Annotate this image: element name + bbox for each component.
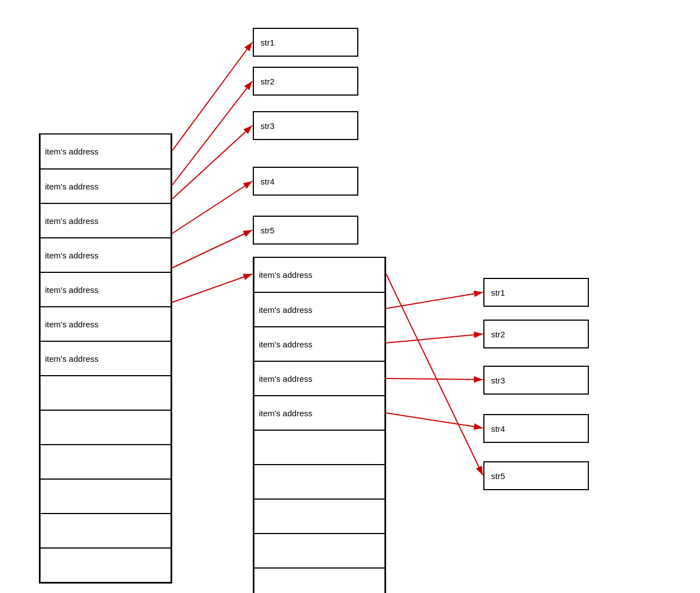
arrow-mid1-rstr5: [386, 274, 483, 475]
mid-list-item-4: item's address: [254, 396, 385, 430]
str-box-top-1: str1: [253, 28, 358, 57]
str-label-right-2: str2: [491, 330, 505, 339]
mid-list-item-0: item's address: [254, 258, 385, 292]
str-label-top-4: str4: [261, 177, 274, 186]
mid-list-item-2: item's address: [254, 327, 385, 361]
str-label-right-5: str5: [491, 471, 505, 481]
middle-list: item's addressitem's addressitem's addre…: [253, 257, 386, 593]
left-list-item-1: item's address: [40, 169, 171, 203]
str-label-right-4: str4: [491, 424, 505, 433]
arrow-left5-str5: [172, 230, 252, 268]
str-label-top-1: str1: [261, 38, 274, 47]
str-box-right-5: str5: [483, 461, 589, 490]
str-box-top-5: str5: [253, 216, 358, 245]
str-box-right-3: str3: [483, 366, 589, 395]
arrow-mid5-rstr4: [386, 413, 483, 428]
left-list: item's addressitem's addressitem's addre…: [39, 133, 172, 584]
str-box-top-3: str3: [253, 111, 358, 140]
str-label-top-3: str3: [261, 121, 274, 131]
arrow-left6-mid: [172, 274, 252, 302]
str-box-right-1: str1: [483, 278, 589, 307]
mid-list-item-6: [254, 465, 385, 499]
diagram-container: item's addressitem's addressitem's addre…: [0, 0, 700, 593]
left-list-item-0: item's address: [40, 134, 171, 169]
left-list-item-3: item's address: [40, 238, 171, 272]
arrow-mid4-rstr3: [386, 378, 483, 380]
left-list-item-6: item's address: [40, 341, 171, 376]
left-list-item-12: [40, 548, 171, 582]
str-box-top-2: str2: [253, 67, 358, 96]
mid-list-item-3: item's address: [254, 361, 385, 396]
left-list-item-8: [40, 410, 171, 445]
left-list-item-5: item's address: [40, 307, 171, 341]
str-label-top-2: str2: [261, 77, 274, 86]
mid-list-item-1: item's address: [254, 292, 385, 327]
left-list-item-2: item's address: [40, 203, 171, 238]
arrow-mid3-rstr2: [386, 334, 483, 343]
left-list-item-4: item's address: [40, 272, 171, 307]
str-label-right-1: str1: [491, 288, 505, 297]
left-list-item-9: [40, 445, 171, 479]
left-list-item-10: [40, 479, 171, 514]
arrow-left1-str1: [172, 42, 252, 151]
mid-list-item-5: [254, 430, 385, 465]
mid-list-item-7: [254, 499, 385, 534]
str-label-top-5: str5: [261, 226, 274, 235]
mid-list-item-9: [254, 568, 385, 593]
arrow-mid2-rstr1: [386, 292, 483, 308]
arrow-left4-str4: [172, 181, 252, 233]
str-box-right-2: str2: [483, 320, 589, 348]
arrow-left2-str2: [172, 81, 252, 185]
left-list-item-11: [40, 514, 171, 548]
arrow-left3-str3: [172, 126, 252, 199]
left-list-item-7: [40, 376, 171, 410]
str-label-right-3: str3: [491, 376, 505, 385]
str-box-right-4: str4: [483, 414, 589, 443]
mid-list-item-8: [254, 534, 385, 568]
str-box-top-4: str4: [253, 167, 358, 196]
